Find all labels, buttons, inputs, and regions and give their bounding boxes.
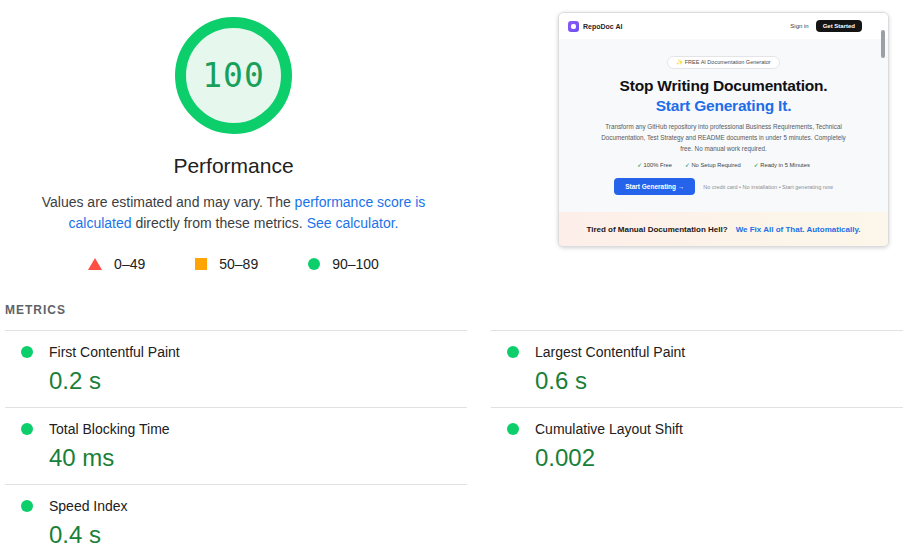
legend-range: 0–49 bbox=[114, 256, 145, 272]
shot-feature-item: No Setup Required bbox=[685, 162, 741, 168]
shot-headline-line2: Start Generating It. bbox=[559, 96, 888, 117]
shot-nav: Sign in Get Started bbox=[790, 20, 862, 32]
shot-feature-item: Ready in 5 Minutes bbox=[754, 162, 810, 168]
metric-cumulative-layout-shift: Cumulative Layout Shift 0.002 bbox=[491, 407, 903, 484]
shot-cta-button: Start Generating → bbox=[614, 178, 695, 195]
pass-circle-icon bbox=[308, 258, 320, 270]
disclaimer-text: Values are estimated and may vary. The bbox=[42, 194, 295, 210]
metric-label: Cumulative Layout Shift bbox=[535, 421, 683, 437]
category-title: Performance bbox=[0, 154, 467, 178]
shot-headline: Stop Writing Documentation. Start Genera… bbox=[559, 76, 888, 118]
metrics-grid: First Contentful Paint 0.2 s Largest Con… bbox=[5, 330, 903, 546]
shot-getstarted-button: Get Started bbox=[816, 20, 862, 32]
metric-value: 0.6 s bbox=[535, 367, 903, 395]
shot-banner-answer: We Fix All of That. Automatically. bbox=[736, 225, 861, 234]
legend-range: 90–100 bbox=[332, 256, 379, 272]
shot-subtext: Transform any GitHub repository into pro… bbox=[600, 122, 848, 154]
average-square-icon bbox=[195, 258, 207, 270]
pass-dot-icon bbox=[507, 346, 519, 358]
performance-score-gauge[interactable]: 100 bbox=[175, 17, 292, 134]
shot-cta-note: No credit card • No installation • Start… bbox=[703, 184, 833, 190]
metric-label: Total Blocking Time bbox=[49, 421, 170, 437]
shot-signin-link: Sign in bbox=[790, 23, 808, 29]
see-calculator-link[interactable]: See calculator. bbox=[307, 215, 399, 231]
metric-largest-contentful-paint: Largest Contentful Paint 0.6 s bbox=[491, 330, 903, 407]
score-value: 100 bbox=[202, 56, 265, 95]
shot-banner: Tired of Manual Documentation Hell? We F… bbox=[559, 212, 888, 246]
shot-body: ✨ FREE AI Documentation Generator Stop W… bbox=[559, 39, 888, 246]
shot-feature-item: 100% Free bbox=[637, 162, 672, 168]
metric-value: 40 ms bbox=[49, 444, 467, 472]
shot-features: 100% Free No Setup Required Ready in 5 M… bbox=[559, 162, 888, 168]
metric-speed-index: Speed Index 0.4 s bbox=[5, 484, 467, 546]
shot-header: RepoDoc AI Sign in Get Started bbox=[559, 13, 888, 39]
final-screenshot-thumbnail[interactable]: RepoDoc AI Sign in Get Started ✨ FREE AI… bbox=[558, 12, 889, 247]
score-legend: 0–49 50–89 90–100 bbox=[0, 256, 467, 272]
pass-dot-icon bbox=[21, 500, 33, 512]
shot-cta-row: Start Generating → No credit card • No i… bbox=[559, 178, 888, 195]
metric-value: 0.4 s bbox=[49, 521, 467, 546]
metrics-section: METRICS First Contentful Paint 0.2 s Lar… bbox=[5, 303, 903, 546]
metric-label: First Contentful Paint bbox=[49, 344, 180, 360]
legend-item-fail: 0–49 bbox=[88, 256, 145, 272]
metrics-heading: METRICS bbox=[5, 303, 903, 317]
metric-label: Largest Contentful Paint bbox=[535, 344, 685, 360]
pass-dot-icon bbox=[507, 423, 519, 435]
fail-triangle-icon bbox=[88, 258, 102, 270]
repodoc-logo-icon bbox=[568, 21, 579, 32]
legend-item-average: 50–89 bbox=[195, 256, 258, 272]
score-disclaimer: Values are estimated and may vary. The p… bbox=[24, 192, 444, 234]
legend-range: 50–89 bbox=[219, 256, 258, 272]
pass-dot-icon bbox=[21, 346, 33, 358]
metric-total-blocking-time: Total Blocking Time 40 ms bbox=[5, 407, 467, 484]
metric-empty-cell bbox=[491, 484, 903, 546]
shot-headline-line1: Stop Writing Documentation. bbox=[559, 76, 888, 97]
disclaimer-text-middle: directly from these metrics. bbox=[132, 215, 307, 231]
shot-brand: RepoDoc AI bbox=[583, 23, 622, 30]
pass-dot-icon bbox=[21, 423, 33, 435]
shot-badge: ✨ FREE AI Documentation Generator bbox=[667, 56, 779, 69]
performance-summary: 100 Performance Values are estimated and… bbox=[0, 0, 467, 272]
scrollbar-thumb[interactable] bbox=[881, 30, 885, 58]
metric-value: 0.2 s bbox=[49, 367, 467, 395]
metric-label: Speed Index bbox=[49, 498, 128, 514]
shot-banner-question: Tired of Manual Documentation Hell? bbox=[586, 225, 727, 234]
metric-first-contentful-paint: First Contentful Paint 0.2 s bbox=[5, 330, 467, 407]
metric-value: 0.002 bbox=[535, 444, 903, 472]
legend-item-pass: 90–100 bbox=[308, 256, 379, 272]
